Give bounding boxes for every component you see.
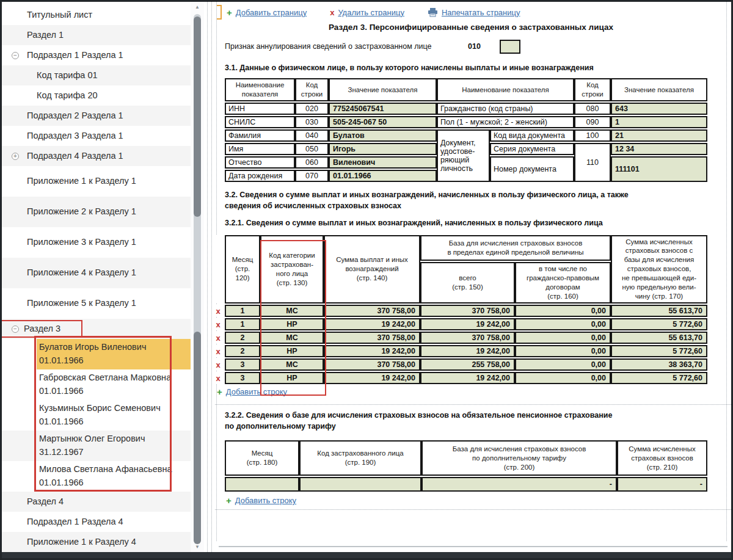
month-cell[interactable]: 3 [225,358,260,371]
collapse-icon[interactable] [12,52,19,59]
add-page-button[interactable]: +Добавить страницу [227,7,307,18]
sidebar-item-appendix-1-1[interactable]: Приложение 1 к Разделу 1 [2,166,191,197]
citizenship-field[interactable]: 643 [611,103,707,115]
base-civil-cell[interactable]: 0,00 [515,305,611,317]
scrollbar-thumb[interactable] [194,16,201,217]
sidebar-item-subsection-1-1[interactable]: Подраздел 1 Раздела 1 [2,45,191,65]
add-page-link[interactable]: Добавить страницу [236,8,307,17]
add-row-link[interactable]: Добавить строку [235,496,296,505]
doc-kind-field[interactable]: 21 [611,129,707,142]
scroll-up-icon[interactable]: ▲ [191,4,204,10]
delete-row-icon[interactable]: x [216,307,220,316]
calc-sum-cell[interactable]: 55 613,70 [611,332,707,344]
calc-sum-cell[interactable]: 5 772,60 [611,318,707,330]
surname-field[interactable]: Булатов [329,129,437,142]
annulment-field[interactable] [500,40,520,54]
calc-sum-cell[interactable]: 5 772,60 [611,372,707,384]
month-cell[interactable]: 2 [225,345,260,357]
doc-series-field[interactable]: 12 34 [611,143,707,155]
sidebar-item-person-gabrovskaya[interactable]: Габровская Светлана Марковна 01.01.1966 [2,369,191,400]
category-cell[interactable]: МС [260,305,324,317]
doc-number-field[interactable]: 111101 [611,156,707,182]
delete-row-icon[interactable]: x [216,360,220,369]
delete-page-link[interactable]: Удалить страницу [338,8,404,17]
month-cell[interactable] [225,477,299,492]
sidebar-item-person-bulatov[interactable]: Булатов Игорь Виленович 01.01.1966 [2,339,191,369]
sidebar-item-appendix-3-1[interactable]: Приложение 3 к Разделу 1 [2,227,191,258]
sidebar-item-appendix-2-1[interactable]: Приложение 2 к Разделу 1 [2,197,191,227]
category-cell[interactable]: НР [260,345,324,357]
person-code-cell[interactable] [299,477,421,492]
delete-row-icon[interactable]: x [216,333,220,343]
delete-row-icon[interactable]: x [216,320,220,329]
payments-cell[interactable]: 19 242,00 [324,318,420,330]
delete-row-icon[interactable]: x [216,347,220,356]
base-civil-cell[interactable]: 0,00 [515,372,611,384]
sidebar-item-appendix-4-1[interactable]: Приложение 4 к Разделу 1 [2,258,191,288]
month-cell[interactable]: 3 [225,372,260,384]
base-total-cell[interactable]: 19 242,00 [420,372,515,384]
snils-field[interactable]: 505-245-067 50 [329,116,437,128]
sidebar-item-section-1[interactable]: Раздел 1 [2,25,191,45]
month-cell[interactable]: 2 [225,332,260,344]
calc-sum-cell[interactable]: 38 363,70 [611,358,707,371]
month-cell[interactable]: 1 [225,305,260,317]
category-cell[interactable]: МС [260,332,324,344]
sidebar-item-appendix-5-1[interactable]: Приложение 5 к Разделу 1 [2,288,191,319]
calc-sum-cell[interactable]: - [617,477,707,492]
base-total-cell[interactable]: 370 758,00 [420,332,515,344]
sidebar-item-subsection-3-1[interactable]: Подраздел 3 Раздела 1 [2,126,191,146]
sidebar-item-tariff-01[interactable]: Код тарифа 01 [2,65,191,85]
expand-icon[interactable] [12,153,19,160]
sidebar-item-section-4[interactable]: Раздел 4 [2,492,191,512]
base-civil-cell[interactable]: 0,00 [515,345,611,357]
sidebar-item-person-milova[interactable]: Милова Светлана Афанасьевна 01.01.1966 [2,461,191,492]
category-cell[interactable]: МС [260,358,324,371]
inn-field[interactable]: 775245067541 [329,103,437,115]
delete-row-icon[interactable]: x [216,374,220,383]
gender-field[interactable]: 1 [611,116,707,128]
base-total-cell[interactable]: 19 242,00 [420,345,515,357]
base-civil-cell[interactable]: 0,00 [515,318,611,330]
print-page-link[interactable]: Напечатать страницу [442,8,520,17]
base-civil-cell[interactable]: 0,00 [515,358,611,371]
panel-splitter[interactable] [204,2,215,552]
month-cell[interactable]: 1 [225,318,260,330]
scrollbar-thumb[interactable] [194,332,201,544]
delete-page-button[interactable]: xУдалить страницу [330,8,404,17]
payments-cell[interactable]: 370 758,00 [324,305,420,317]
payments-cell[interactable]: 370 758,00 [324,332,420,344]
sidebar-item-appendix-1-4[interactable]: Приложение 1 к Разделу 4 [2,532,191,552]
category-cell[interactable]: НР [260,372,324,384]
sidebar-item-subsection-4-1[interactable]: Подраздел 4 Раздела 1 [2,146,191,166]
payments-cell[interactable]: 19 242,00 [324,372,420,384]
birthdate-field[interactable]: 01.01.1966 [329,170,437,182]
collapse-icon[interactable] [12,325,19,333]
add-row-link[interactable]: Добавить строку [226,387,287,396]
patronymic-field[interactable]: Виленович [329,156,437,169]
sidebar-item-person-kuzminyh[interactable]: Кузьминых Борис Семенович 01.01.1966 [2,400,191,431]
payments-cell[interactable]: 370 758,00 [324,358,420,371]
base-total-cell[interactable]: 370 758,00 [420,305,515,317]
add-row-322[interactable]: + Добавить строку [226,495,724,506]
sidebar-item-title-page[interactable]: Титульный лист [2,5,191,25]
sidebar-item-person-martynyuk[interactable]: Мартынюк Олег Егорович 31.12.1967 [2,431,191,461]
sidebar-item-subsection-1-4[interactable]: Подраздел 1 Раздела 4 [2,512,191,532]
add-row-321[interactable]: + Добавить строку [217,387,724,397]
calc-sum-cell[interactable]: 55 613,70 [611,305,707,317]
sidebar-scrollbar[interactable]: ▲ ▼ [191,2,204,552]
sidebar-item-tariff-20[interactable]: Код тарифа 20 [2,85,191,106]
calc-sum-cell[interactable]: 5 772,60 [611,345,707,357]
horizontal-scrollbar[interactable] [219,546,728,548]
base-total-cell[interactable]: 255 758,00 [420,358,515,371]
sidebar-item-section-3[interactable]: Раздел 3 [2,319,191,339]
firstname-field[interactable]: Игорь [329,143,437,155]
base-civil-cell[interactable]: 0,00 [515,332,611,344]
base-total-cell[interactable]: 19 242,00 [420,318,515,330]
base-cell[interactable]: - [421,477,617,492]
category-cell[interactable]: НР [260,318,324,330]
scroll-down-icon[interactable]: ▼ [191,544,204,550]
payments-cell[interactable]: 19 242,00 [324,345,420,357]
print-page-button[interactable]: Напечатать страницу [428,8,520,17]
sidebar-item-subsection-2-1[interactable]: Подраздел 2 Раздела 1 [2,106,191,126]
